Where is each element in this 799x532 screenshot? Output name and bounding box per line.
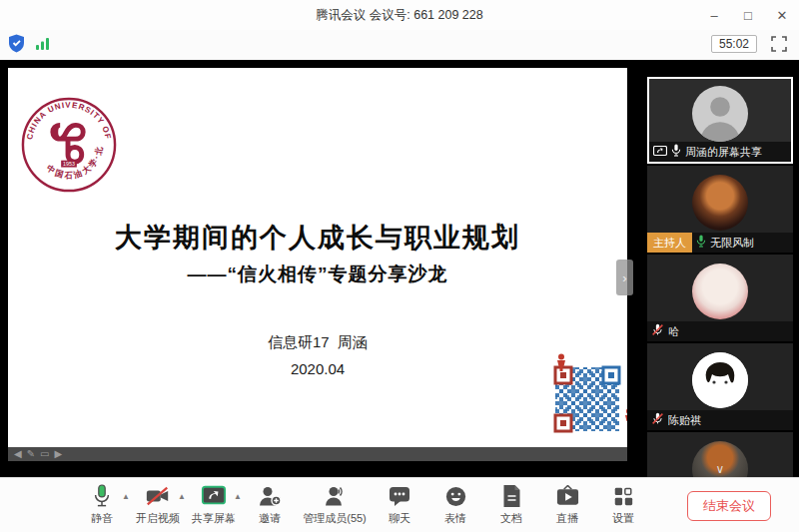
- university-logo: CHINA UNIVERSITY OF PETROLEUM 中国石油大学·北京 …: [20, 96, 118, 194]
- mute-label: 静音: [91, 511, 113, 526]
- presentation-slide: CHINA UNIVERSITY OF PETROLEUM 中国石油大学·北京 …: [8, 68, 627, 447]
- mute-button[interactable]: 静音: [74, 483, 130, 526]
- emoji-button[interactable]: 表情: [427, 483, 483, 526]
- meeting-toolbar: 静音 ▲ 开启视频 ▲ 共享屏幕 ▲ 邀请: [0, 477, 799, 532]
- slide-title: 大学期间的个人成长与职业规划: [8, 220, 627, 256]
- share-screen-button[interactable]: 共享屏幕: [186, 483, 242, 526]
- close-button[interactable]: ✕: [765, 0, 799, 30]
- participant-namebar: 周涵的屏幕共享: [649, 142, 791, 162]
- prev-slide-icon[interactable]: ◀: [14, 447, 22, 461]
- document-icon: [501, 483, 522, 509]
- logo-year: 1953: [63, 161, 75, 167]
- fullscreen-icon[interactable]: [771, 36, 787, 52]
- participant-namebar: 主持人 无限风制: [647, 233, 793, 253]
- host-badge: 主持人: [647, 233, 692, 253]
- invite-icon: [258, 483, 282, 509]
- chevron-right-icon: ›: [622, 270, 626, 285]
- participant-tile[interactable]: 哈: [647, 255, 793, 341]
- screen-share-icon: [653, 143, 667, 161]
- security-shield-icon[interactable]: [8, 34, 25, 57]
- emoji-label: 表情: [444, 511, 466, 526]
- invite-button[interactable]: 邀请: [242, 483, 298, 526]
- minimize-button[interactable]: –: [697, 0, 731, 30]
- live-stream-label: 直播: [556, 511, 578, 526]
- slide-subtitle: ——“信火相传”专题分享沙龙: [8, 262, 627, 287]
- shared-screen-region: CHINA UNIVERSITY OF PETROLEUM 中国石油大学·北京 …: [0, 60, 799, 477]
- pen-tool-icon[interactable]: ✎: [27, 447, 35, 461]
- live-tv-icon: [555, 483, 580, 509]
- participant-namebar: 哈: [647, 321, 793, 341]
- maximize-button[interactable]: □: [731, 0, 765, 30]
- settings-button[interactable]: 设置: [595, 483, 651, 526]
- participant-namebar: 陈贻祺: [647, 410, 793, 430]
- meeting-timer: 55:02: [711, 35, 757, 53]
- slide-presenter: 信息研17 周涵: [8, 333, 627, 352]
- title-bar: 腾讯会议 会议号: 661 209 228 – □ ✕: [0, 0, 799, 30]
- camera-off-icon: [145, 483, 171, 509]
- participant-name: 哈: [668, 324, 679, 339]
- end-meeting-button[interactable]: 结束会议: [687, 491, 771, 521]
- microphone-icon: [91, 483, 113, 509]
- manage-members-button[interactable]: 管理成员(55): [298, 483, 372, 526]
- chat-label: 聊天: [389, 511, 410, 526]
- participant-tile-host[interactable]: 主持人 无限风制: [647, 166, 793, 253]
- sidebar-collapse-handle[interactable]: ›: [616, 260, 633, 295]
- mic-muted-icon: [651, 411, 664, 429]
- share-screen-icon: [201, 483, 227, 509]
- avatar: [692, 175, 748, 231]
- members-icon: [323, 483, 347, 509]
- chat-button[interactable]: 聊天: [372, 483, 427, 526]
- scroll-down-indicator[interactable]: ∨: [647, 463, 793, 477]
- mic-muted-icon: [651, 322, 664, 340]
- manage-members-label: 管理成员(55): [303, 511, 367, 526]
- presentation-controls: ◀ ✎ ▭ ▶: [8, 447, 627, 461]
- participant-tile-screen-share[interactable]: 周涵的屏幕共享: [647, 77, 793, 164]
- start-video-label: 开启视频: [136, 511, 180, 526]
- slide-overview-icon[interactable]: ▭: [40, 447, 49, 461]
- avatar: [692, 86, 748, 142]
- documents-button[interactable]: 文档: [483, 483, 539, 526]
- participant-name: 陈贻祺: [668, 413, 701, 428]
- status-bar: 55:02: [0, 30, 799, 60]
- slide-date: 2020.04: [8, 360, 627, 377]
- network-signal-icon[interactable]: [35, 36, 51, 55]
- chat-icon: [388, 483, 411, 509]
- settings-label: 设置: [612, 511, 634, 526]
- mic-active-icon: [696, 234, 706, 252]
- settings-grid-icon: [612, 483, 634, 509]
- window-title: 腾讯会议 会议号: 661 209 228: [316, 7, 482, 24]
- avatar: [692, 264, 748, 319]
- qr-code: [539, 353, 627, 447]
- emoji-icon: [444, 483, 467, 509]
- tencent-meeting-window: 腾讯会议 会议号: 661 209 228 – □ ✕ 55:02: [0, 0, 799, 532]
- participant-name: 无限风制: [710, 236, 754, 251]
- start-video-button[interactable]: 开启视频: [130, 483, 186, 526]
- documents-label: 文档: [500, 511, 522, 526]
- live-stream-button[interactable]: 直播: [539, 483, 595, 526]
- participant-tile[interactable]: 陈贻祺: [647, 343, 793, 430]
- participant-sidebar: 周涵的屏幕共享 主持人 无限风制: [647, 77, 793, 477]
- participant-name: 周涵的屏幕共享: [685, 145, 762, 160]
- window-controls: – □ ✕: [697, 0, 799, 30]
- share-screen-label: 共享屏幕: [192, 511, 236, 526]
- avatar: [692, 352, 748, 408]
- mic-on-icon: [671, 143, 681, 161]
- invite-label: 邀请: [259, 511, 281, 526]
- next-slide-icon[interactable]: ▶: [55, 447, 63, 461]
